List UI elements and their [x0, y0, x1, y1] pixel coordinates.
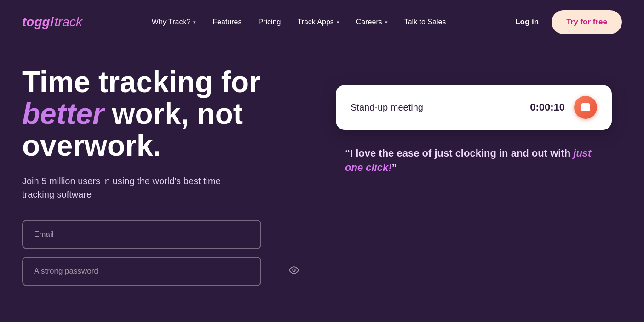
eye-icon[interactable] — [289, 265, 299, 278]
testimonial-part1: “I love the ease of just clocking in and… — [345, 147, 573, 159]
hero-title-highlight: better — [22, 97, 104, 130]
hero-title: Time tracking for better work, not overw… — [22, 66, 308, 162]
nav-careers[interactable]: Careers ▾ — [356, 18, 388, 26]
main-nav: Why Track? ▾ Features Pricing Track Apps… — [152, 18, 446, 26]
timer-right: 0:00:10 — [530, 96, 597, 119]
stop-timer-button[interactable] — [574, 96, 597, 119]
try-for-free-button[interactable]: Try for free — [552, 10, 622, 34]
hero-title-part1: Time tracking for — [22, 65, 260, 99]
email-field-wrapper — [22, 220, 308, 249]
logo-toggl: toggl — [22, 15, 53, 29]
nav-why-track[interactable]: Why Track? ▾ — [152, 18, 196, 26]
hero-left: Time tracking for better work, not overw… — [22, 66, 308, 293]
testimonial-part2: ” — [391, 162, 397, 173]
timer-card: Stand-up meeting 0:00:10 — [336, 85, 612, 130]
timer-value: 0:00:10 — [530, 101, 565, 113]
password-input[interactable] — [22, 257, 261, 286]
testimonial-text: “I love the ease of just clocking in and… — [345, 146, 603, 175]
nav-track-apps[interactable]: Track Apps ▾ — [297, 18, 339, 26]
logo[interactable]: toggl track — [22, 15, 82, 29]
header-actions: Log in Try for free — [515, 10, 622, 34]
email-input[interactable] — [22, 220, 261, 249]
password-field-wrapper — [22, 257, 308, 286]
timer-label: Stand-up meeting — [351, 102, 423, 113]
nav-talk-to-sales[interactable]: Talk to Sales — [404, 18, 446, 26]
stop-icon — [581, 103, 590, 111]
logo-track: track — [54, 15, 82, 29]
chevron-down-icon: ▾ — [337, 19, 339, 25]
nav-pricing[interactable]: Pricing — [258, 18, 281, 26]
svg-point-0 — [293, 269, 295, 272]
chevron-down-icon: ▾ — [385, 19, 388, 25]
login-link[interactable]: Log in — [515, 18, 539, 27]
hero-subtitle: Join 5 million users in using the world'… — [22, 175, 252, 201]
site-header: toggl track Why Track? ▾ Features Pricin… — [0, 0, 644, 44]
chevron-down-icon: ▾ — [193, 19, 196, 25]
main-content: Time tracking for better work, not overw… — [0, 44, 644, 293]
nav-features[interactable]: Features — [213, 18, 242, 26]
hero-right: Stand-up meeting 0:00:10 “I love the eas… — [336, 66, 622, 175]
